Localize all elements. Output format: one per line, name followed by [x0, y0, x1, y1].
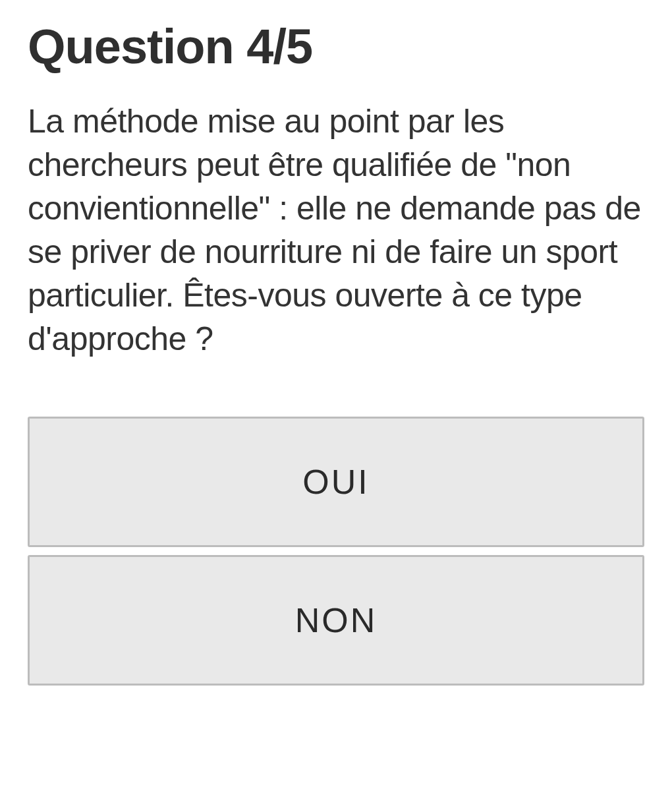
question-text: La méthode mise au point par les cherche… — [28, 100, 644, 361]
answer-buttons-container: OUI NON — [28, 417, 644, 686]
yes-button[interactable]: OUI — [28, 417, 644, 547]
question-title: Question 4/5 — [28, 20, 644, 73]
no-button[interactable]: NON — [28, 555, 644, 686]
